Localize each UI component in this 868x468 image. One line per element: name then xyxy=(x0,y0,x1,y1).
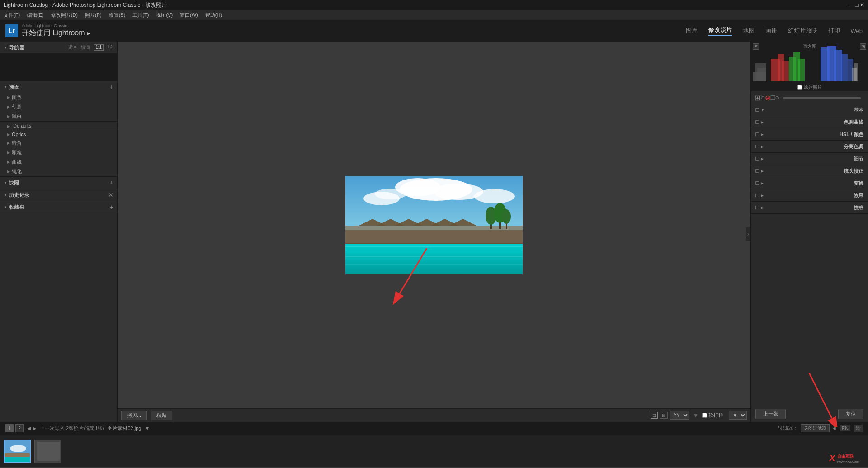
original-checkbox[interactable] xyxy=(797,85,802,90)
basic-header[interactable]: ▼ 基本 xyxy=(751,104,868,116)
right-panel-collapse[interactable]: › xyxy=(746,227,750,241)
gradient-tool[interactable]: □ xyxy=(771,94,775,102)
sharpen-item[interactable]: ▶ 锐化 xyxy=(0,167,117,176)
radial-tool[interactable]: ○ xyxy=(775,94,779,102)
tab-develop[interactable]: 修改照片 xyxy=(708,26,732,36)
optics-section: ▶ Optics ▶ 暗角 ▶ 颗粒 ▶ 曲线 ▶ 锐化 xyxy=(0,130,117,177)
transform-header[interactable]: ▶ 变换 xyxy=(751,177,868,189)
filmstrip-thumb-1[interactable] xyxy=(4,440,31,463)
menu-help[interactable]: 帮助(H) xyxy=(205,12,222,19)
detail-header[interactable]: ▶ 细节 xyxy=(751,153,868,165)
navigator-header[interactable]: ▼ 导航器 适合 填满 1:1 1:2 xyxy=(0,42,117,53)
lens-correction-header[interactable]: ▶ 镜头校正 xyxy=(751,165,868,177)
split-toning-dot[interactable] xyxy=(755,145,759,148)
calibration-dot[interactable] xyxy=(755,206,759,209)
history-header[interactable]: ▼ 历史记录 ✕ xyxy=(0,189,117,201)
heal-tool[interactable]: ○ xyxy=(760,94,765,102)
nav-fit[interactable]: 适合 xyxy=(68,44,77,51)
menu-tools[interactable]: 工具(T) xyxy=(132,12,149,19)
histogram-label: 直方图 xyxy=(803,43,816,50)
minimize-icon[interactable]: — xyxy=(848,2,854,8)
crop-tool[interactable]: ⊞ xyxy=(755,94,760,102)
menu-develop[interactable]: 修改照片(D) xyxy=(51,12,78,19)
calibration-header[interactable]: ▶ 校准 xyxy=(751,202,868,213)
date-dropdown[interactable]: YY xyxy=(670,411,689,420)
view-compare-btn[interactable]: ⊞ xyxy=(660,412,668,419)
main-layout: ▼ 导航器 适合 填满 1:1 1:2 ▼ 预设 + xyxy=(0,42,868,422)
maximize-icon[interactable]: □ xyxy=(855,2,858,8)
tab-book[interactable]: 画册 xyxy=(765,27,777,35)
preset-bw[interactable]: ▶ 黑白 xyxy=(0,112,117,121)
snapshots-add-icon[interactable]: + xyxy=(110,179,113,186)
history-close-icon[interactable]: ✕ xyxy=(108,191,113,199)
collections-header[interactable]: ▼ 收藏夹 + xyxy=(0,201,117,213)
preset-creative-tri: ▶ xyxy=(7,105,10,109)
effects-header[interactable]: ▶ 效果 xyxy=(751,189,868,201)
defaults-item[interactable]: ▶ Defaults xyxy=(0,122,117,130)
nav-next-arrow[interactable]: ▶ xyxy=(33,425,36,431)
filmstrip: X 自由互联 www.xxx.com xyxy=(0,435,868,467)
view-dropdown[interactable]: ▼ xyxy=(729,411,747,420)
lens-correction-tri: ▶ xyxy=(761,169,764,173)
presets-add-icon[interactable]: + xyxy=(110,83,113,90)
filmstrip-thumb-2[interactable] xyxy=(34,440,61,463)
histogram-highlight-clip[interactable]: ◥ xyxy=(860,43,866,50)
nav-1-1[interactable]: 1:1 xyxy=(94,44,104,51)
statusbar-right: 过滤器： 关闭过滤器 ⊞ EN 输 xyxy=(778,424,863,432)
svg-rect-43 xyxy=(854,63,858,81)
menu-window[interactable]: 窗口(W) xyxy=(180,12,198,19)
presets-header[interactable]: ▼ 预设 + xyxy=(0,81,117,93)
tab-slideshow[interactable]: 幻灯片放映 xyxy=(788,27,817,35)
nav-arrows: ◀ ▶ xyxy=(27,425,36,431)
nav-prev-arrow[interactable]: ◀ xyxy=(27,425,31,431)
tab-web[interactable]: Web xyxy=(851,28,863,34)
soft-proof-checkbox[interactable] xyxy=(702,413,707,418)
filter-icon[interactable]: ⊞ xyxy=(832,425,836,431)
tab-map[interactable]: 地图 xyxy=(743,27,755,35)
nav-fill[interactable]: 填满 xyxy=(81,44,90,51)
close-icon[interactable]: ✕ xyxy=(860,2,864,8)
input-method[interactable]: 输 xyxy=(854,425,863,432)
snapshots-header[interactable]: ▼ 快照 + xyxy=(0,177,117,189)
basic-dot[interactable] xyxy=(755,108,759,112)
history-label: 历史记录 xyxy=(9,192,30,199)
split-toning-header[interactable]: ▶ 分离色调 xyxy=(751,141,868,152)
menu-edit[interactable]: 编辑(E) xyxy=(27,12,44,19)
hsl-dot[interactable] xyxy=(755,132,759,136)
prev-photo-button[interactable]: 上一张 xyxy=(755,409,786,419)
effects-dot[interactable] xyxy=(755,194,759,197)
num-btn-2[interactable]: 2 xyxy=(15,424,24,432)
detail-dot[interactable] xyxy=(755,157,759,161)
menu-settings[interactable]: 设置(S) xyxy=(109,12,126,19)
redeye-tool[interactable]: ⊕ xyxy=(765,94,771,102)
view-single-btn[interactable]: □ xyxy=(651,412,658,419)
grain-item[interactable]: ▶ 颗粒 xyxy=(0,148,117,157)
histogram-shadow-clip[interactable]: ◤ xyxy=(753,43,759,50)
tone-curve-header[interactable]: ▶ 色调曲线 xyxy=(751,116,868,128)
hsl-header[interactable]: ▶ HSL / 颜色 xyxy=(751,128,868,140)
tab-print[interactable]: 打印 xyxy=(828,27,840,35)
copy-button[interactable]: 拷贝... xyxy=(121,411,147,420)
lens-correction-dot[interactable] xyxy=(755,169,759,173)
preset-creative[interactable]: ▶ 创意 xyxy=(0,102,117,112)
filter-button[interactable]: 关闭过滤器 xyxy=(801,424,830,432)
reset-button[interactable]: 复位 xyxy=(838,409,863,419)
menu-file[interactable]: 文件(F) xyxy=(4,12,20,19)
curves-item[interactable]: ▶ 曲线 xyxy=(0,157,117,167)
filename-dropdown[interactable]: ▼ xyxy=(145,425,150,431)
histogram-chart xyxy=(753,45,861,81)
presets-label: 预设 xyxy=(9,84,19,90)
nav-1-2[interactable]: 1:2 xyxy=(107,44,113,51)
transform-dot[interactable] xyxy=(755,181,759,185)
menu-view[interactable]: 视图(V) xyxy=(156,12,173,19)
paste-button[interactable]: 粘贴 xyxy=(151,411,172,420)
num-btn-1[interactable]: 1 xyxy=(5,424,14,432)
collections-add-icon[interactable]: + xyxy=(110,203,113,211)
tone-curve-dot[interactable] xyxy=(755,120,759,124)
grain-tri: ▶ xyxy=(7,151,10,155)
preset-colors[interactable]: ▶ 颜色 xyxy=(0,93,117,102)
darkcorner-item[interactable]: ▶ 暗角 xyxy=(0,138,117,148)
menu-photo[interactable]: 照片(P) xyxy=(85,12,102,19)
optics-item[interactable]: ▶ Optics xyxy=(0,130,117,138)
tab-library[interactable]: 图库 xyxy=(686,27,698,35)
